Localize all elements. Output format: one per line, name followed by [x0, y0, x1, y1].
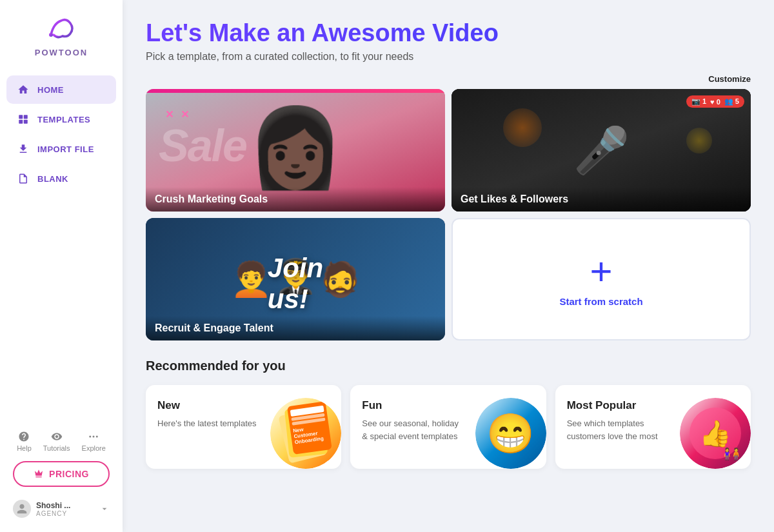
sidebar-item-home[interactable]: HOME: [6, 75, 116, 104]
sidebar-item-import[interactable]: IMPORT FILE: [6, 135, 116, 163]
templates-icon: [17, 113, 30, 126]
svg-point-7: [96, 436, 98, 438]
recommended-grid: New Here's the latest templates New Cust…: [146, 385, 751, 469]
chevron-down-icon: [99, 504, 110, 514]
svg-point-0: [49, 33, 53, 37]
crown-icon: [34, 469, 44, 479]
fun-image: 😁: [475, 398, 546, 469]
scratch-label: Start from scratch: [559, 296, 642, 307]
crush-label: Crush Marketing Goals: [146, 187, 445, 212]
powtoon-logo-icon: [45, 12, 78, 45]
svg-rect-4: [24, 120, 28, 124]
tutorials-icon: [51, 431, 63, 442]
svg-point-6: [93, 436, 95, 438]
explore-icon: [88, 431, 99, 442]
user-profile[interactable]: Shoshi ... AGENCY: [6, 496, 116, 522]
sidebar-item-blank[interactable]: BLANK: [6, 164, 116, 193]
svg-rect-1: [19, 115, 23, 119]
badge-heart: ♥ 0: [710, 98, 720, 106]
help-button[interactable]: Help: [17, 431, 32, 452]
template-card-crush[interactable]: 👩🏿 Sale ✕ ✕ Crush Marketing Goals: [146, 89, 445, 212]
template-card-recruit[interactable]: 🧑‍🦱 👨‍✈️ 🧔 Joinus! Recruit & Engage Tale…: [146, 218, 445, 340]
user-info: Shoshi ... AGENCY: [36, 501, 94, 517]
help-icon: [18, 431, 30, 442]
new-desc: Here's the latest templates: [157, 417, 261, 430]
page-subtitle: Pick a template, from a curated collecti…: [146, 51, 751, 63]
home-icon: [17, 83, 30, 96]
recommended-title: Recommended for you: [146, 359, 751, 373]
join-text: Joinus!: [268, 253, 323, 315]
user-name: Shoshi ...: [36, 501, 94, 510]
followers-label: Get Likes & Followers: [452, 187, 751, 212]
svg-rect-2: [24, 115, 28, 119]
social-badge: 📷 1 ♥ 0 👥 5: [686, 95, 744, 108]
fun-desc: See our seasonal, holiday & special even…: [362, 417, 465, 442]
user-role: AGENCY: [36, 510, 94, 517]
svg-point-5: [89, 436, 91, 438]
template-card-scratch[interactable]: + Start from scratch: [452, 218, 751, 340]
bottom-icons: Help Tutorials Explore: [17, 431, 106, 452]
user-icon: [16, 503, 28, 515]
sidebar: POWTOON HOME TEMPLATES: [0, 0, 123, 532]
sale-text: Sale: [159, 123, 246, 168]
template-card-followers[interactable]: 🎤 📷 1 ♥ 0 👥 5 Get Likes & Followers: [452, 89, 751, 212]
sidebar-item-templates[interactable]: TEMPLATES: [6, 105, 116, 133]
logo: POWTOON: [35, 12, 88, 57]
tutorials-button[interactable]: Tutorials: [43, 431, 70, 452]
import-icon: [17, 143, 30, 155]
rec-card-popular[interactable]: Most Popular See which templates custome…: [555, 385, 751, 469]
svg-rect-3: [19, 120, 23, 124]
rec-card-fun[interactable]: Fun See our seasonal, holiday & special …: [350, 385, 546, 469]
pricing-button[interactable]: PRICING: [13, 461, 110, 487]
popular-desc: See which templates customers love the m…: [567, 417, 670, 442]
badge-people: 👥 5: [724, 97, 739, 106]
x-marks: ✕ ✕: [165, 108, 191, 119]
rec-card-new[interactable]: New Here's the latest templates New Cust…: [146, 385, 341, 469]
badge-camera: 📷 1: [691, 97, 706, 106]
avatar: [13, 500, 31, 518]
popular-image: 👍 🧍 🧍‍♀️: [680, 398, 751, 469]
blank-icon: [17, 172, 30, 185]
sidebar-nav: HOME TEMPLATES IMPORT FILE: [0, 75, 123, 193]
template-grid: 👩🏿 Sale ✕ ✕ Crush Marketing Goals 🎤: [146, 89, 751, 340]
scratch-plus-icon: +: [590, 252, 612, 291]
logo-text: POWTOON: [35, 48, 88, 57]
page-title: Let's Make an Awesome Video: [146, 19, 751, 47]
new-image: New CustomerOnboarding: [270, 398, 341, 469]
recruit-label: Recruit & Engage Talent: [146, 316, 445, 340]
customize-link[interactable]: Customize: [146, 74, 751, 84]
explore-button[interactable]: Explore: [82, 431, 106, 452]
main-content: Let's Make an Awesome Video Pick a templ…: [123, 0, 774, 532]
sidebar-bottom: Help Tutorials Explore PRICIN: [0, 431, 123, 532]
